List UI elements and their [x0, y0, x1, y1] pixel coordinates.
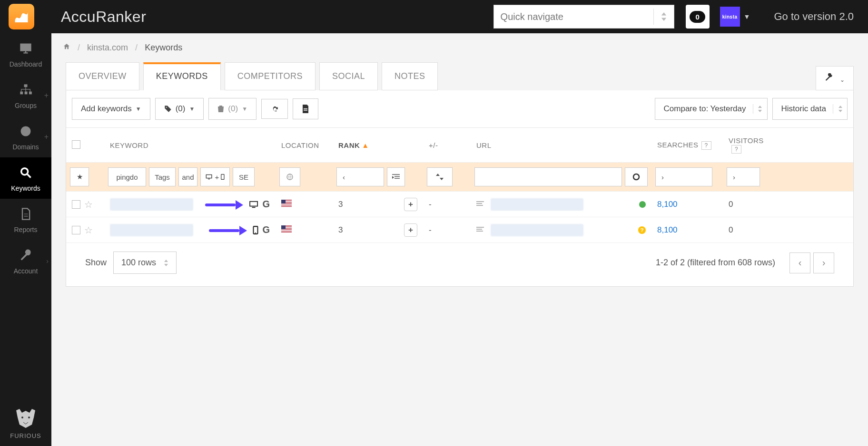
tab-competitors[interactable]: COMPETITORS	[225, 62, 316, 90]
plus-icon[interactable]: +	[44, 133, 49, 141]
account-badge[interactable]: kinsta	[720, 7, 740, 27]
tools-dropdown[interactable]: ⌄	[816, 66, 854, 90]
tiger-icon	[14, 408, 38, 429]
help-icon[interactable]: ?	[701, 141, 711, 150]
flag-us-icon	[281, 225, 292, 233]
furious-badge[interactable]: FURIOUS	[10, 408, 41, 446]
col-visitors[interactable]: VISITORS?	[723, 128, 775, 162]
mobile-icon	[221, 174, 225, 180]
keywords-panel: Add keywords▼ (0)▼ (0)▼ Compare to: Yest…	[66, 90, 854, 287]
breadcrumb-home[interactable]	[63, 43, 70, 52]
table-row: ☆ G 3 + -	[66, 192, 853, 217]
main-content: / kinsta.com / Keywords OVERVIEW KEYWORD…	[51, 33, 868, 446]
svg-point-5	[21, 168, 28, 175]
text-lines-icon	[476, 200, 484, 209]
historic-data-select[interactable]: Historic data	[772, 98, 848, 120]
tab-keywords[interactable]: KEYWORDS	[143, 62, 221, 90]
sort-asc-icon: ▲	[362, 141, 369, 149]
change-filter[interactable]	[427, 167, 453, 186]
svg-rect-0	[24, 84, 28, 87]
prev-page-button[interactable]: ‹	[789, 252, 810, 273]
help-icon[interactable]: ?	[731, 145, 741, 154]
notifications-counter[interactable]: 0	[686, 5, 710, 29]
col-keyword[interactable]: KEYWORD	[104, 133, 276, 158]
and-filter[interactable]: and	[178, 167, 197, 186]
trash-icon	[217, 105, 224, 113]
row-checkbox[interactable]	[72, 226, 80, 234]
tab-overview[interactable]: OVERVIEW	[66, 62, 139, 90]
home-icon	[63, 43, 70, 50]
refresh-button[interactable]	[261, 99, 288, 119]
desktop-icon	[206, 174, 213, 180]
location-filter[interactable]	[279, 167, 300, 186]
compare-to-select[interactable]: Compare to: Yesterday	[655, 98, 768, 120]
url-filter-input[interactable]	[474, 167, 622, 186]
svg-rect-16	[250, 201, 258, 206]
plus-icon[interactable]: +	[44, 91, 49, 100]
rank-options[interactable]	[387, 167, 405, 186]
expand-button[interactable]: +	[404, 198, 417, 211]
brand-name: AccuRanker	[61, 8, 146, 26]
searches-value[interactable]: 8,100	[651, 221, 723, 240]
visitors-value: 0	[723, 221, 775, 240]
refresh-icon	[270, 105, 279, 113]
svg-point-6	[21, 417, 23, 418]
rank-value: 3	[338, 225, 343, 235]
star-icon[interactable]: ☆	[84, 224, 93, 236]
brand-logo[interactable]	[9, 4, 34, 29]
url-filter-button[interactable]	[625, 167, 648, 186]
col-rank[interactable]: RANK▲	[333, 133, 423, 158]
indent-icon	[392, 174, 400, 180]
circle-icon	[632, 173, 640, 181]
col-searches[interactable]: SEARCHES?	[651, 132, 723, 158]
svg-point-19	[256, 232, 256, 233]
account-dropdown-caret-icon[interactable]: ▼	[744, 13, 750, 20]
sidebar-item-domains[interactable]: Domains +	[0, 116, 51, 157]
breadcrumb-domain[interactable]: kinsta.com	[87, 43, 128, 52]
annotation-arrow-icon	[209, 227, 247, 233]
sidebar-item-groups[interactable]: Groups +	[0, 75, 51, 116]
add-keywords-button[interactable]: Add keywords▼	[72, 98, 150, 120]
tab-social[interactable]: SOCIAL	[319, 62, 378, 90]
delete-dropdown[interactable]: (0)▼	[208, 98, 256, 120]
toolbar: Add keywords▼ (0)▼ (0)▼ Compare to: Yest…	[66, 90, 853, 127]
searches-value[interactable]: 8,100	[651, 195, 723, 214]
sidebar-item-reports[interactable]: Reports	[0, 199, 51, 240]
col-location[interactable]: LOCATION	[276, 133, 333, 158]
version-link[interactable]: Go to version 2.0	[774, 10, 854, 23]
flag-us-icon	[281, 200, 292, 207]
export-button[interactable]	[293, 98, 318, 119]
expand-button[interactable]: +	[404, 223, 417, 237]
annotation-arrow-icon	[205, 202, 243, 207]
keyword-filter-input[interactable]: pingdo	[108, 167, 146, 186]
next-page-button[interactable]: ›	[813, 252, 834, 273]
rows-per-page-select[interactable]: 100 rows	[113, 252, 177, 274]
star-filter[interactable]: ★	[70, 167, 89, 186]
col-url[interactable]: URL	[471, 133, 513, 158]
row-checkbox[interactable]	[72, 200, 80, 209]
sidebar-item-keywords[interactable]: Keywords	[0, 157, 51, 199]
star-icon[interactable]: ☆	[84, 199, 93, 210]
select-all-checkbox[interactable]	[72, 140, 80, 149]
visitors-filter[interactable]: ›	[727, 167, 760, 186]
sidebar-item-account[interactable]: Account ›	[0, 240, 51, 281]
globe-icon	[19, 125, 32, 138]
sidebar-item-dashboard[interactable]: Dashboard	[0, 33, 51, 75]
se-filter[interactable]: SE	[233, 167, 255, 186]
quick-navigate-select[interactable]: Quick navigate	[493, 5, 674, 29]
searches-filter[interactable]: ›	[655, 167, 712, 186]
svg-rect-2	[25, 92, 28, 95]
keyword-text-redacted	[110, 224, 193, 236]
tags-dropdown[interactable]: (0)▼	[155, 98, 204, 120]
col-change[interactable]: +/-	[423, 133, 471, 158]
tags-filter[interactable]: Tags	[149, 167, 176, 186]
rank-filter-input[interactable]: ‹	[336, 167, 384, 186]
svg-rect-1	[20, 92, 23, 95]
hierarchy-icon	[19, 83, 32, 97]
tab-notes[interactable]: NOTES	[382, 62, 438, 90]
device-filter[interactable]: +	[200, 167, 230, 186]
wrench-icon	[19, 249, 32, 262]
wrench-icon	[825, 73, 836, 82]
svg-point-8	[166, 107, 167, 108]
sidebar: Dashboard Groups + Domains + Keywords Re…	[0, 33, 51, 446]
